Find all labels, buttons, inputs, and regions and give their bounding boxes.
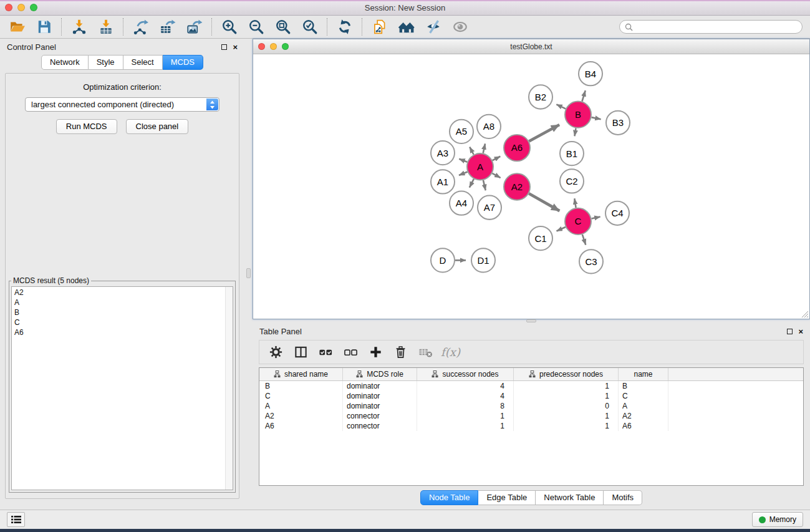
mcds-result-item[interactable]: C bbox=[14, 317, 230, 327]
open-session-button[interactable] bbox=[4, 17, 31, 37]
deselect-all-button[interactable] bbox=[339, 342, 362, 362]
table-cell[interactable]: dominator bbox=[343, 381, 417, 391]
table-cell[interactable]: 1 bbox=[417, 421, 514, 431]
graph-edge-A-A3[interactable] bbox=[459, 159, 467, 162]
table-cell[interactable]: 1 bbox=[514, 411, 619, 421]
graph-edge-C-C3[interactable] bbox=[582, 235, 586, 245]
zoom-out-button[interactable] bbox=[243, 17, 269, 37]
table-settings-button[interactable] bbox=[264, 342, 287, 362]
horizontal-splitter[interactable] bbox=[253, 319, 810, 323]
criterion-dropdown[interactable]: largest connected component (directed) bbox=[25, 97, 219, 112]
table-row[interactable]: Bdominator41B bbox=[259, 381, 803, 391]
splitter-handle[interactable] bbox=[526, 319, 536, 322]
delete-column-button[interactable] bbox=[389, 342, 412, 362]
float-table-panel-icon[interactable] bbox=[787, 329, 793, 334]
task-history-button[interactable] bbox=[7, 512, 25, 527]
splitter-handle[interactable] bbox=[246, 268, 251, 278]
graph-edge-A-A5[interactable] bbox=[470, 147, 473, 155]
table-cell[interactable]: 1 bbox=[514, 381, 619, 391]
mcds-result-item[interactable]: A6 bbox=[14, 327, 230, 337]
table-row[interactable]: A2connector11A2 bbox=[259, 411, 803, 421]
table-cell[interactable]: 4 bbox=[417, 391, 514, 401]
clone-network-button[interactable] bbox=[366, 17, 393, 37]
table-row[interactable]: Cdominator41C bbox=[259, 391, 803, 401]
export-table-button[interactable] bbox=[154, 17, 181, 37]
table-cell[interactable]: A6 bbox=[259, 421, 343, 431]
graph-edge-B-B2[interactable] bbox=[556, 104, 566, 109]
table-cell[interactable]: A6 bbox=[619, 421, 668, 431]
graph-edge-A-A7[interactable] bbox=[483, 180, 486, 190]
show-graphics-button[interactable] bbox=[446, 17, 473, 37]
mcds-result-list[interactable]: A2ABCA6 bbox=[11, 286, 233, 490]
graph-node-A3[interactable]: A3 bbox=[431, 141, 455, 165]
hide-panels-button[interactable] bbox=[420, 17, 446, 37]
table-row[interactable]: A6connector11A6 bbox=[259, 421, 803, 431]
table-cell[interactable]: 4 bbox=[417, 381, 514, 391]
tab-mcds[interactable]: MCDS bbox=[163, 55, 203, 70]
table-tab-network-table[interactable]: Network Table bbox=[536, 490, 604, 505]
graph-node-C[interactable]: C bbox=[565, 208, 591, 235]
run-mcds-button[interactable]: Run MCDS bbox=[56, 119, 117, 134]
tab-select[interactable]: Select bbox=[123, 55, 163, 70]
column-header-predecessor-nodes[interactable]: predecessor nodes bbox=[514, 368, 619, 380]
import-table-button[interactable] bbox=[92, 17, 119, 37]
apply-layout-button[interactable] bbox=[331, 17, 358, 37]
graph-node-C2[interactable]: C2 bbox=[560, 169, 584, 193]
close-mcds-panel-button[interactable]: Close panel bbox=[126, 119, 189, 134]
graph-node-C4[interactable]: C4 bbox=[605, 201, 629, 225]
graph-node-D[interactable]: D bbox=[431, 248, 455, 272]
table-cell[interactable]: connector bbox=[343, 411, 417, 421]
column-header-successor-nodes[interactable]: successor nodes bbox=[417, 368, 514, 380]
table-tab-node-table[interactable]: Node Table bbox=[420, 490, 479, 505]
import-network-button[interactable] bbox=[65, 17, 92, 37]
table-cell[interactable]: 1 bbox=[514, 421, 619, 431]
table-cell[interactable]: A2 bbox=[259, 411, 343, 421]
save-session-button[interactable] bbox=[31, 17, 57, 37]
table-cell[interactable]: 1 bbox=[417, 411, 514, 421]
graph-edge-A-A6[interactable] bbox=[493, 157, 501, 160]
column-header-shared-name[interactable]: shared name bbox=[259, 368, 343, 380]
zoom-in-button[interactable] bbox=[216, 17, 243, 37]
table-cell[interactable]: A bbox=[619, 401, 668, 411]
tab-style[interactable]: Style bbox=[89, 55, 123, 70]
graph-edge-A6-B[interactable] bbox=[529, 125, 559, 142]
float-panel-icon[interactable] bbox=[221, 44, 227, 50]
mcds-result-item[interactable]: A2 bbox=[14, 288, 230, 297]
graph-node-C1[interactable]: C1 bbox=[529, 226, 552, 250]
graph-edge-C-C4[interactable] bbox=[592, 217, 600, 219]
column-header-name[interactable]: name bbox=[619, 368, 668, 380]
graph-node-B4[interactable]: B4 bbox=[579, 62, 602, 85]
graph-node-A1[interactable]: A1 bbox=[431, 170, 455, 193]
table-cell[interactable]: C bbox=[259, 391, 343, 401]
zoom-selected-button[interactable] bbox=[296, 17, 323, 37]
close-panel-icon[interactable]: × bbox=[233, 43, 238, 51]
table-cell[interactable]: B bbox=[619, 381, 668, 391]
close-table-panel-icon[interactable]: × bbox=[798, 327, 803, 336]
graph-node-D1[interactable]: D1 bbox=[471, 248, 495, 272]
table-tab-motifs[interactable]: Motifs bbox=[604, 490, 642, 505]
network-canvas[interactable]: AA1A2A3A4A5A6A7A8BB1B2B3B4CC1C2C3C4DD1 bbox=[253, 54, 809, 319]
column-header-mcds-role[interactable]: MCDS role bbox=[343, 368, 417, 380]
select-all-button[interactable] bbox=[314, 342, 337, 362]
reset-panels-button[interactable] bbox=[393, 17, 420, 37]
memory-button[interactable]: Memory bbox=[752, 512, 803, 527]
graph-edge-B-B1[interactable] bbox=[574, 128, 576, 137]
graph-edge-B-B4[interactable] bbox=[582, 90, 585, 101]
graph-edge-A-A8[interactable] bbox=[483, 143, 485, 153]
add-column-button[interactable] bbox=[364, 342, 387, 362]
graph-edge-C-C1[interactable] bbox=[557, 227, 566, 231]
column-visibility-button[interactable] bbox=[289, 342, 312, 362]
table-row[interactable]: Adominator80A bbox=[259, 401, 803, 411]
vertical-splitter[interactable] bbox=[244, 39, 253, 510]
table-cell[interactable]: A2 bbox=[619, 411, 668, 421]
mcds-result-item[interactable]: B bbox=[14, 307, 230, 317]
network-graph[interactable]: AA1A2A3A4A5A6A7A8BB1B2B3B4CC1C2C3C4DD1 bbox=[253, 54, 809, 319]
graph-node-A5[interactable]: A5 bbox=[450, 120, 473, 143]
graph-node-A2[interactable]: A2 bbox=[504, 173, 530, 200]
graph-node-B[interactable]: B bbox=[565, 102, 591, 128]
graph-node-A[interactable]: A bbox=[467, 153, 493, 180]
graph-edge-A-A1[interactable] bbox=[459, 172, 468, 175]
table-cell[interactable]: B bbox=[259, 381, 343, 391]
function-builder-button[interactable]: f(x) bbox=[439, 342, 462, 362]
graph-node-A4[interactable]: A4 bbox=[450, 191, 473, 215]
